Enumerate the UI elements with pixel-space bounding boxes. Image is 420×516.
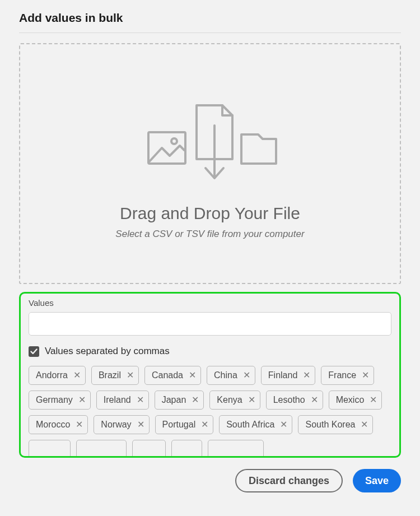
value-tag-label: Kenya bbox=[217, 395, 242, 405]
values-label: Values bbox=[29, 298, 391, 308]
value-tag-label: Morocco bbox=[36, 420, 70, 430]
close-icon[interactable]: ✕ bbox=[137, 420, 144, 429]
value-tag-partial bbox=[208, 440, 264, 458]
value-tag[interactable]: France✕ bbox=[321, 366, 374, 385]
dropzone-heading: Drag and Drop Your File bbox=[120, 204, 300, 223]
close-icon[interactable]: ✕ bbox=[303, 371, 310, 380]
value-tag-partial bbox=[76, 440, 127, 458]
value-tag-label: Canada bbox=[152, 370, 183, 380]
close-icon[interactable]: ✕ bbox=[73, 371, 81, 380]
values-tag-list: Andorra✕Brazil✕Canada✕China✕Finland✕Fran… bbox=[29, 366, 391, 458]
value-tag-label: France bbox=[328, 370, 356, 380]
value-tag[interactable]: Canada✕ bbox=[144, 366, 201, 385]
close-icon[interactable]: ✕ bbox=[243, 371, 250, 380]
close-icon[interactable]: ✕ bbox=[311, 396, 318, 405]
value-tag-label: Finland bbox=[268, 370, 297, 380]
value-tag[interactable]: Andorra✕ bbox=[29, 366, 86, 385]
value-tag-partial bbox=[132, 440, 166, 458]
discard-changes-button[interactable]: Discard changes bbox=[235, 469, 343, 492]
footer-actions: Discard changes Save bbox=[19, 469, 401, 492]
value-tag-label: China bbox=[214, 370, 237, 380]
svg-point-1 bbox=[171, 138, 177, 144]
value-tag-label: South Korea bbox=[305, 420, 355, 430]
values-input[interactable] bbox=[29, 312, 391, 336]
close-icon[interactable]: ✕ bbox=[192, 396, 199, 405]
comma-separated-label: Values separated by commas bbox=[45, 346, 170, 357]
value-tag[interactable]: Finland✕ bbox=[261, 366, 315, 385]
value-tag[interactable]: Germany✕ bbox=[29, 391, 91, 410]
value-tag-label: Germany bbox=[36, 395, 73, 405]
close-icon[interactable]: ✕ bbox=[361, 420, 368, 429]
close-icon[interactable]: ✕ bbox=[78, 396, 86, 405]
value-tag-partial bbox=[171, 440, 202, 458]
dropzone-subtext: Select a CSV or TSV file from your compu… bbox=[115, 229, 304, 240]
value-tag-label: Norway bbox=[101, 420, 131, 430]
value-tag[interactable]: South Korea✕ bbox=[298, 415, 373, 434]
svg-rect-0 bbox=[148, 132, 185, 164]
value-tag-label: South Africa bbox=[226, 420, 274, 430]
comma-separated-checkbox[interactable] bbox=[29, 346, 39, 357]
close-icon[interactable]: ✕ bbox=[127, 371, 134, 380]
close-icon[interactable]: ✕ bbox=[280, 420, 287, 429]
close-icon[interactable]: ✕ bbox=[76, 420, 83, 429]
value-tag[interactable]: Lesotho✕ bbox=[266, 391, 323, 410]
modal-title: Add values in bulk bbox=[19, 8, 401, 32]
close-icon[interactable]: ✕ bbox=[362, 371, 369, 380]
close-icon[interactable]: ✕ bbox=[370, 396, 377, 405]
value-tag-partial bbox=[29, 440, 71, 458]
value-tag-label: Portugal bbox=[162, 420, 196, 430]
title-divider bbox=[19, 32, 401, 33]
value-tag-label: Brazil bbox=[99, 370, 121, 380]
dropzone-illustration bbox=[143, 94, 277, 184]
value-tag[interactable]: Brazil✕ bbox=[91, 366, 139, 385]
close-icon[interactable]: ✕ bbox=[248, 396, 255, 405]
check-icon bbox=[30, 348, 38, 355]
save-button[interactable]: Save bbox=[353, 469, 401, 492]
file-dropzone[interactable]: Drag and Drop Your File Select a CSV or … bbox=[19, 43, 401, 284]
value-tag-label: Lesotho bbox=[273, 395, 305, 405]
value-tag[interactable]: China✕ bbox=[207, 366, 255, 385]
close-icon[interactable]: ✕ bbox=[189, 371, 196, 380]
value-tag[interactable]: Japan✕ bbox=[155, 391, 204, 410]
value-tag[interactable]: South Africa✕ bbox=[219, 415, 292, 434]
value-tag[interactable]: Mexico✕ bbox=[329, 391, 382, 410]
close-icon[interactable]: ✕ bbox=[137, 396, 144, 405]
value-tag-label: Andorra bbox=[36, 370, 68, 380]
value-tag[interactable]: Kenya✕ bbox=[209, 391, 260, 410]
value-tag-label: Mexico bbox=[336, 395, 365, 405]
value-tag[interactable]: Ireland✕ bbox=[96, 391, 149, 410]
close-icon[interactable]: ✕ bbox=[201, 420, 208, 429]
value-tag-label: Japan bbox=[162, 395, 186, 405]
values-section-highlight: Values Values separated by commas Andorr… bbox=[19, 292, 401, 458]
value-tag[interactable]: Norway✕ bbox=[94, 415, 149, 434]
value-tag[interactable]: Portugal✕ bbox=[155, 415, 214, 434]
value-tag-label: Ireland bbox=[104, 395, 131, 405]
value-tag[interactable]: Morocco✕ bbox=[29, 415, 88, 434]
